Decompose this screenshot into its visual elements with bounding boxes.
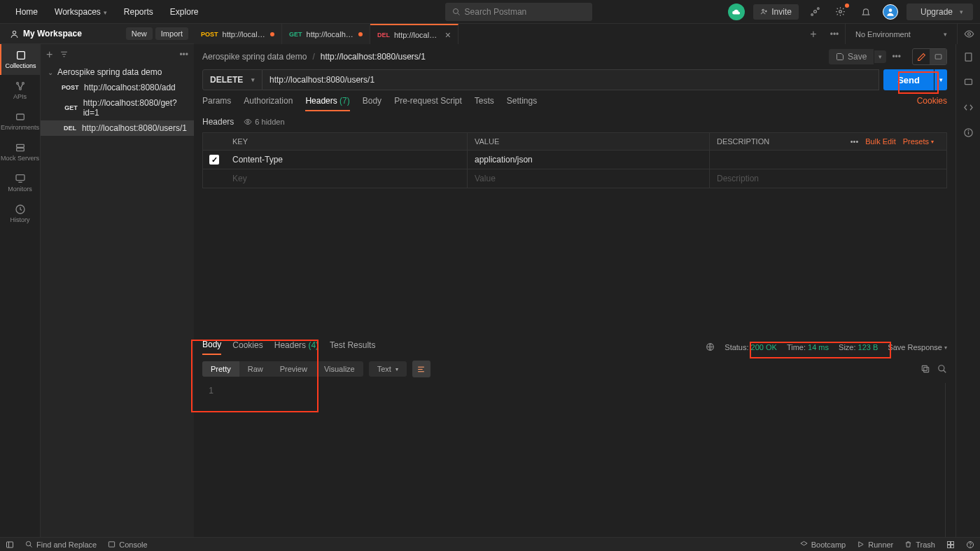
tab-headers[interactable]: Headers (7) <box>305 96 349 111</box>
tab-overflow-button[interactable]: ••• <box>824 24 845 44</box>
nav-reports[interactable]: Reports <box>115 3 162 21</box>
upgrade-button[interactable]: Upgrade <box>906 4 973 20</box>
resp-tab-body[interactable]: Body <box>202 340 221 355</box>
bulk-edit-button[interactable]: Bulk Edit <box>865 137 895 146</box>
row-value-placeholder[interactable]: Value <box>468 169 710 188</box>
trash-button[interactable]: Trash <box>904 540 935 549</box>
notifications-button[interactable] <box>858 4 874 20</box>
row-value[interactable]: application/json <box>468 151 710 169</box>
row-key[interactable]: Content-Type <box>225 151 468 169</box>
row-key-placeholder[interactable]: Key <box>225 169 468 188</box>
import-button[interactable]: Import <box>155 27 188 40</box>
search-body-icon[interactable] <box>937 364 947 374</box>
presets-button[interactable]: Presets <box>903 137 934 146</box>
view-visualize[interactable]: Visualize <box>316 361 363 377</box>
sidebar-request-item[interactable]: DELhttp://localhost:8080/users/1 <box>41 120 194 136</box>
sidebar-request-item[interactable]: GEThttp://localhost:8080/get?id=1 <box>41 95 194 120</box>
bootcamp-button[interactable]: Bootcamp <box>800 540 846 549</box>
wrap-button[interactable] <box>412 361 430 377</box>
request-more-button[interactable]: ••• <box>892 52 901 62</box>
person-icon <box>10 29 19 39</box>
copy-icon[interactable] <box>920 364 930 374</box>
capture-button[interactable] <box>807 4 824 20</box>
resp-tab-cookies[interactable]: Cookies <box>232 340 262 354</box>
environment-preview-button[interactable] <box>957 24 980 44</box>
view-preview[interactable]: Preview <box>272 361 316 377</box>
help-button[interactable] <box>966 540 974 549</box>
request-tab[interactable]: POSThttp://localhost:80... <box>194 24 282 44</box>
save-button[interactable]: Save <box>829 49 874 64</box>
row-desc-placeholder[interactable]: Description <box>710 169 946 188</box>
url-input[interactable]: http://localhost:8080/users/1 <box>262 69 879 90</box>
nav-workspaces[interactable]: Workspaces <box>46 3 115 21</box>
layout-button[interactable] <box>946 540 955 549</box>
tab-settings[interactable]: Settings <box>507 96 537 111</box>
globe-icon[interactable] <box>706 342 715 353</box>
tab-params[interactable]: Params <box>202 96 231 111</box>
add-collection-button[interactable]: + <box>46 48 52 61</box>
col-description: DESCRIPTION <box>717 137 769 146</box>
environment-select[interactable]: No Environment▾ <box>845 24 957 44</box>
close-icon[interactable]: × <box>445 29 451 41</box>
save-response-button[interactable]: Save Response <box>888 343 947 351</box>
rail-mock-servers[interactable]: Mock Servers <box>0 137 41 167</box>
table-more-button[interactable]: ••• <box>850 137 859 146</box>
sidebar-request-item[interactable]: POSThttp://localhost:8080/add <box>41 80 194 95</box>
save-options-button[interactable]: ▾ <box>874 50 886 63</box>
filter-icon[interactable] <box>59 50 69 59</box>
workspace-label[interactable]: My Workspace <box>0 29 92 39</box>
view-mode-toggle[interactable] <box>912 48 947 65</box>
docs-icon[interactable] <box>962 51 974 62</box>
new-button[interactable]: New <box>126 27 153 40</box>
search-input[interactable]: Search Postman <box>445 3 592 21</box>
rail-monitors[interactable]: Monitors <box>0 167 41 198</box>
request-tab[interactable]: DELhttp://localhost:80...× <box>370 24 458 44</box>
rail-collections[interactable]: Collections <box>0 44 41 75</box>
new-tab-button[interactable]: + <box>803 24 824 44</box>
runner-button[interactable]: Runner <box>857 540 893 549</box>
avatar[interactable] <box>883 4 898 20</box>
resp-tab-tests[interactable]: Test Results <box>330 340 375 354</box>
invite-button[interactable]: Invite <box>753 4 799 20</box>
cookies-link[interactable]: Cookies <box>917 96 947 111</box>
table-row-empty[interactable]: Key Value Description <box>203 169 946 188</box>
nav-home[interactable]: Home <box>7 3 46 21</box>
request-tabs: POSThttp://localhost:80...GEThttp://loca… <box>194 24 803 44</box>
send-options-button[interactable]: ▾ <box>934 69 947 90</box>
console-button[interactable]: Console <box>108 540 147 549</box>
row-desc[interactable] <box>710 151 946 169</box>
method-select[interactable]: DELETE <box>202 69 262 90</box>
body-type-select[interactable]: Text <box>369 361 407 377</box>
tab-prerequest[interactable]: Pre-request Script <box>394 96 462 111</box>
table-row[interactable]: ✓ Content-Type application/json <box>203 150 946 169</box>
sidebar-toggle[interactable] <box>6 540 14 549</box>
response-body[interactable]: 1 <box>194 383 946 537</box>
breadcrumb-collection[interactable]: Aerospike spring data demo <box>202 52 307 62</box>
rail-apis[interactable]: APIs <box>0 75 41 106</box>
sync-button[interactable] <box>728 4 745 20</box>
settings-button[interactable] <box>832 4 849 20</box>
find-replace-button[interactable]: Find and Replace <box>25 540 97 549</box>
rail-environments[interactable]: Environments <box>0 106 41 137</box>
view-raw[interactable]: Raw <box>239 361 272 377</box>
resp-tab-headers[interactable]: Headers (4) <box>274 340 318 354</box>
nav-explore[interactable]: Explore <box>162 3 207 21</box>
search-placeholder: Search Postman <box>465 7 527 17</box>
tab-tests[interactable]: Tests <box>475 96 494 111</box>
send-button[interactable]: Send <box>883 69 934 90</box>
tab-body[interactable]: Body <box>363 96 382 111</box>
tab-authorization[interactable]: Authorization <box>244 96 293 111</box>
view-pretty[interactable]: Pretty <box>202 361 239 377</box>
rail-history[interactable]: History <box>0 198 41 229</box>
svg-point-42 <box>26 541 30 545</box>
row-checkbox[interactable]: ✓ <box>209 155 219 165</box>
request-tab[interactable]: GEThttp://localhost:80... <box>282 24 370 44</box>
comment-icon <box>934 53 943 62</box>
comments-icon[interactable] <box>962 76 974 88</box>
info-icon[interactable] <box>962 127 974 138</box>
hidden-headers-toggle[interactable]: 6 hidden <box>244 118 284 126</box>
svg-rect-16 <box>16 114 24 120</box>
code-icon[interactable] <box>962 102 974 113</box>
sidebar-more-button[interactable]: ••• <box>179 50 188 60</box>
collection-item[interactable]: ⌄ Aerospike spring data demo <box>41 64 194 80</box>
